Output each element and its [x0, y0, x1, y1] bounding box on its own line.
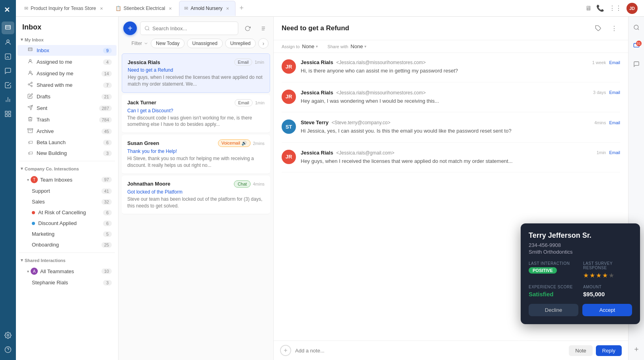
reply-button[interactable]: Reply: [596, 345, 622, 356]
monitor-icon[interactable]: 🖥: [585, 5, 591, 12]
accept-button[interactable]: Accept: [582, 304, 632, 316]
right-search-icon[interactable]: [630, 22, 642, 33]
message-email: <Jessica.rials@missourihomestores.com>: [336, 90, 426, 96]
assign-to-dropdown[interactable]: None ▾: [302, 43, 318, 49]
sales-label: Sales: [32, 199, 101, 205]
all-teammates-label: All Teammates: [40, 268, 101, 274]
conversation-item[interactable]: Jessica Rials Email 1min Need to get a R…: [122, 53, 270, 93]
svg-point-16: [28, 84, 30, 85]
conversation-item[interactable]: Jack Turner Email 1min Can I get a Disco…: [122, 94, 270, 133]
more-options-button[interactable]: ⋮: [608, 22, 620, 34]
filter-button[interactable]: Filter: [131, 41, 148, 46]
message-time: 1 week: [592, 60, 606, 65]
nav-help[interactable]: [2, 343, 14, 356]
compose-add-button[interactable]: +: [280, 345, 291, 356]
sidebar-item-sales[interactable]: Sales 32: [18, 197, 117, 207]
app-logo[interactable]: ✕: [2, 4, 14, 16]
inbox-label: Inbox: [37, 47, 103, 53]
sidebar-item-sent[interactable]: Sent 287: [18, 103, 117, 113]
onboarding-count: 25: [101, 242, 112, 248]
nav-inbox[interactable]: [2, 22, 14, 34]
sidebar-item-team-inboxes[interactable]: ▾ T Team Inboxes 97: [18, 174, 117, 185]
svg-line-18: [29, 85, 31, 86]
nav-apps[interactable]: [2, 108, 14, 120]
experience-score-value: Satisfied: [529, 291, 578, 297]
conv-header: Susan Green Voicemail 🔊 2mins: [127, 139, 265, 147]
sender-info: Jessica Rials <Jessica.rials@missourihom…: [301, 90, 426, 96]
archive-label: Archive: [37, 128, 101, 134]
sidebar-item-assigned-by-me[interactable]: Assigned by me 14: [18, 68, 117, 79]
company-interactions-section[interactable]: ▾ Company Co. Interactions: [16, 164, 118, 174]
filter-chip-new-today[interactable]: New Today: [151, 39, 185, 48]
last-interaction-label: LAST INTERACTION: [529, 261, 578, 266]
right-add-icon[interactable]: [630, 343, 642, 355]
sidebar-item-at-risk[interactable]: At Risk of Cancelling 6: [18, 207, 117, 217]
tab-close[interactable]: ✕: [225, 6, 230, 11]
conv-meta: Email 1min: [235, 99, 265, 106]
nav-contacts[interactable]: [2, 36, 14, 49]
all-teammates-avatar: A: [31, 268, 38, 275]
nav-tasks[interactable]: [2, 79, 14, 92]
add-tab-button[interactable]: +: [236, 3, 247, 14]
sidebar-item-all-teammates[interactable]: ▾ A All Teammates 10: [18, 266, 117, 277]
compose-button[interactable]: +: [123, 22, 137, 35]
sidebar-item-assigned-to-me[interactable]: Assigned to me 4: [18, 57, 117, 67]
sidebar-item-support[interactable]: Support 41: [18, 186, 117, 196]
shared-with-me-count: 7: [103, 82, 112, 88]
user-avatar[interactable]: JD: [626, 3, 638, 14]
tab-stienbeck[interactable]: 📋 Stienbeck Electrical ✕: [110, 1, 179, 16]
refresh-button[interactable]: [241, 22, 253, 34]
sidebar-item-inbox[interactable]: Inbox 9: [18, 45, 117, 56]
note-button[interactable]: Note: [569, 345, 592, 356]
sidebar-item-trash[interactable]: Trash 784: [18, 114, 117, 125]
decline-button[interactable]: Decline: [529, 304, 578, 316]
nav-settings[interactable]: [2, 329, 14, 342]
filter-more-button[interactable]: ›: [258, 38, 268, 49]
compose-input[interactable]: [295, 348, 565, 354]
nav-analytics[interactable]: [2, 93, 14, 106]
share-with-dropdown[interactable]: None ▾: [350, 43, 366, 49]
tab-close[interactable]: ✕: [167, 6, 173, 11]
message-text: Hey again, I was wondering when I would …: [301, 97, 620, 105]
tag-button[interactable]: [592, 22, 604, 34]
message-body: Jessica Rials <Jessica.rials@gmail.com> …: [301, 150, 620, 165]
message-time: 4mins: [594, 120, 606, 125]
right-notification-icon[interactable]: 31: [630, 40, 642, 52]
archive-icon: [27, 128, 33, 135]
filter-chip-unassigned[interactable]: Unassigned: [187, 39, 222, 48]
svg-point-15: [31, 82, 33, 84]
sidebar-item-archive[interactable]: Archive 45: [18, 126, 117, 137]
sidebar-item-drafts[interactable]: Drafts 21: [18, 91, 117, 102]
right-chat-icon[interactable]: [630, 58, 642, 70]
filter-chip-unreplied[interactable]: Unreplied: [225, 39, 256, 48]
search-box: [140, 22, 238, 35]
collapse-icon: ▾: [21, 37, 23, 42]
sort-button[interactable]: [257, 22, 268, 34]
sidebar-item-discount[interactable]: Discount Applied 6: [18, 218, 117, 228]
message-time: 1min: [597, 150, 606, 155]
sidebar-item-new-building[interactable]: 🏷 New Building 3: [18, 148, 117, 158]
search-input[interactable]: [152, 25, 234, 31]
nav-chat[interactable]: [2, 65, 14, 77]
team-inbox-avatar: T: [31, 176, 38, 183]
svg-rect-6: [5, 111, 7, 113]
conversation-item[interactable]: Johnathan Moore Chat 4mins Got locked of…: [122, 176, 270, 215]
my-inbox-section[interactable]: ▾ My Inbox: [16, 35, 118, 45]
nav-reports[interactable]: [2, 50, 14, 63]
sidebar-item-onboarding[interactable]: Onboarding 25: [18, 240, 117, 250]
sidebar-item-marketing[interactable]: Marketing 5: [18, 229, 117, 239]
grid-icon[interactable]: ⋮⋮: [609, 4, 622, 12]
shared-interactions-section[interactable]: ▾ Shared Interactions: [16, 255, 118, 265]
chevron-down2-icon: ▾: [364, 44, 366, 49]
sidebar-item-stephanie[interactable]: Stephanie Rials 3: [18, 278, 117, 288]
at-risk-count: 6: [103, 210, 112, 215]
conversation-item[interactable]: Susan Green Voicemail 🔊 2mins Thank you …: [122, 135, 270, 174]
tab-arnold[interactable]: ✉ Arnold Nursery ✕: [179, 1, 235, 16]
sidebar-item-beta-launch[interactable]: 🏷 Beta Launch 6: [18, 137, 117, 147]
sidebar-item-shared-with-me[interactable]: Shared with me 7: [18, 80, 117, 90]
inbox-title: Inbox: [22, 23, 41, 31]
tab-close[interactable]: ✕: [99, 6, 104, 11]
conv-time: 1min: [255, 100, 265, 105]
phone-icon[interactable]: 📞: [596, 4, 604, 12]
tab-product-inquiry[interactable]: ✉ Product Inquiry for Texas Store ✕: [19, 1, 109, 16]
